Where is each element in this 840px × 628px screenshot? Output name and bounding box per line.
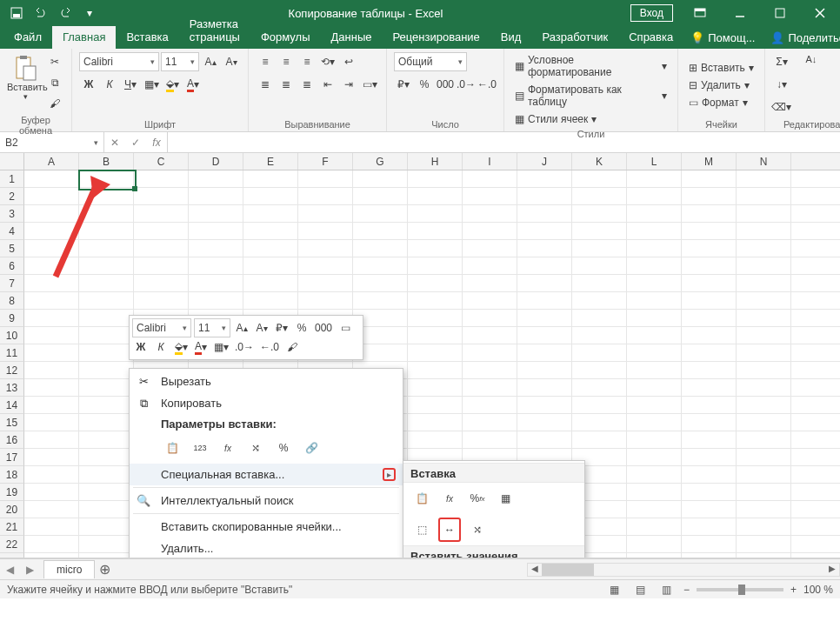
select-all-cell[interactable] — [0, 153, 24, 170]
fill-icon[interactable]: ↓▾ — [772, 75, 791, 94]
cell[interactable] — [737, 292, 791, 309]
cell[interactable] — [79, 257, 134, 274]
cell[interactable] — [517, 257, 572, 274]
cell[interactable] — [463, 205, 517, 222]
zoom-slider[interactable] — [697, 588, 783, 591]
row-header[interactable]: 4 — [0, 223, 24, 240]
cell[interactable] — [353, 292, 408, 309]
cell[interactable] — [24, 257, 79, 274]
cell[interactable] — [298, 275, 353, 291]
cut-icon[interactable]: ✂ — [45, 52, 64, 71]
cell[interactable] — [517, 431, 572, 448]
cell[interactable] — [572, 170, 627, 187]
cell[interactable] — [298, 240, 353, 257]
cell[interactable] — [682, 362, 737, 378]
minimize-icon[interactable] — [720, 0, 760, 26]
cell[interactable] — [682, 188, 737, 204]
cell[interactable] — [24, 397, 79, 413]
cell[interactable] — [408, 223, 463, 239]
font-color-button[interactable]: A▾ — [183, 75, 203, 94]
cell[interactable] — [408, 240, 463, 257]
cell[interactable] — [682, 327, 737, 344]
tab-file[interactable]: Файл — [3, 26, 52, 49]
cell[interactable] — [627, 240, 682, 257]
cell[interactable] — [189, 223, 243, 239]
cell[interactable] — [572, 397, 627, 413]
cell[interactable] — [353, 275, 408, 291]
cell[interactable] — [79, 327, 134, 344]
sub-paste-formulas-fmt-icon[interactable]: %fx — [466, 486, 489, 511]
cell[interactable] — [24, 310, 79, 326]
cell[interactable] — [627, 188, 682, 204]
row-header[interactable]: 15 — [0, 414, 24, 431]
cell[interactable] — [79, 362, 134, 378]
fill-color-button[interactable]: ⬙▾ — [163, 75, 182, 94]
cell[interactable] — [79, 310, 134, 326]
row-header[interactable]: 16 — [0, 431, 24, 449]
fill-handle[interactable] — [132, 186, 137, 191]
cell[interactable] — [627, 327, 682, 344]
cell[interactable] — [627, 275, 682, 291]
scroll-thumb[interactable] — [542, 564, 594, 576]
col-header[interactable]: K — [572, 153, 627, 170]
cell[interactable] — [243, 240, 298, 257]
cell[interactable] — [79, 414, 134, 431]
cell[interactable] — [682, 240, 737, 257]
ctx-cut[interactable]: ✂Вырезать — [130, 371, 403, 392]
cell[interactable] — [737, 327, 791, 344]
col-header[interactable]: H — [408, 153, 463, 170]
cell[interactable] — [737, 240, 791, 257]
cell[interactable] — [627, 379, 682, 396]
cell[interactable] — [517, 188, 572, 204]
comma-icon[interactable]: 000 — [436, 75, 455, 94]
sub-paste-colwidth-icon[interactable]: ↔ — [438, 518, 461, 542]
cell[interactable] — [517, 344, 572, 361]
cell[interactable] — [572, 223, 627, 239]
cell[interactable] — [79, 275, 134, 291]
tab-developer[interactable]: Разработчик — [531, 26, 618, 49]
cell-styles-button[interactable]: ▦ Стили ячеек ▾ — [511, 111, 600, 127]
clear-icon[interactable]: ⌫▾ — [772, 97, 791, 117]
row-header[interactable]: 1 — [0, 170, 24, 188]
cell[interactable] — [737, 257, 791, 274]
col-header[interactable]: F — [298, 153, 353, 170]
mini-italic-icon[interactable]: К — [152, 338, 170, 356]
tab-view[interactable]: Вид — [490, 26, 532, 49]
cell[interactable] — [24, 223, 79, 239]
share-button[interactable]: 👤Поделиться — [763, 27, 840, 49]
cell[interactable] — [24, 205, 79, 222]
tab-home[interactable]: Главная — [52, 26, 116, 49]
increase-font-icon[interactable]: A▴ — [201, 52, 220, 71]
col-header[interactable]: A — [24, 153, 79, 170]
number-format-combo[interactable]: Общий▾ — [394, 52, 467, 71]
cell[interactable] — [463, 188, 517, 204]
col-header[interactable]: D — [189, 153, 243, 170]
cell[interactable] — [79, 379, 134, 396]
italic-button[interactable]: К — [100, 75, 119, 94]
cell[interactable] — [24, 188, 79, 204]
row-header[interactable]: 7 — [0, 275, 24, 292]
mini-inc-font-icon[interactable]: A▴ — [233, 319, 250, 337]
cell[interactable] — [298, 223, 353, 239]
cell[interactable] — [463, 240, 517, 257]
row-header[interactable]: 17 — [0, 449, 24, 466]
mini-size-combo[interactable]: 11▾ — [194, 318, 230, 337]
cell[interactable] — [353, 170, 408, 187]
cell[interactable] — [627, 518, 682, 535]
cell[interactable] — [408, 275, 463, 291]
copy-icon[interactable]: ⧉ — [45, 73, 64, 92]
cell[interactable] — [682, 466, 737, 483]
paste-transpose-icon[interactable]: ⤭ — [244, 436, 267, 460]
cell[interactable] — [517, 310, 572, 326]
autosum-icon[interactable]: Σ▾ — [772, 52, 791, 71]
cell[interactable] — [298, 292, 353, 309]
formula-input[interactable] — [168, 132, 840, 152]
dec-decimal-icon[interactable]: ←.0 — [477, 75, 497, 94]
cell[interactable] — [243, 188, 298, 204]
cell[interactable] — [189, 275, 243, 291]
cell[interactable] — [408, 257, 463, 274]
ctx-copy[interactable]: ⧉Копировать — [130, 392, 403, 414]
cell[interactable] — [463, 257, 517, 274]
cell[interactable] — [682, 379, 737, 396]
cell[interactable] — [627, 397, 682, 413]
